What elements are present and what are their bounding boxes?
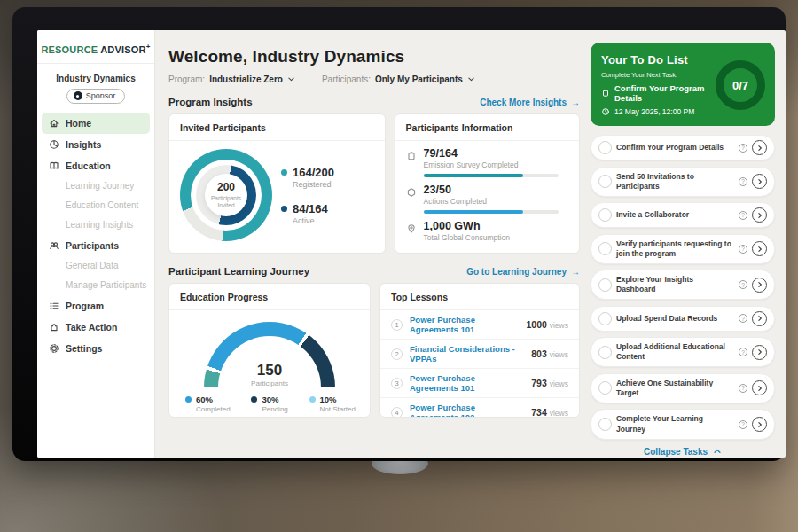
- sidebar-item-general-data[interactable]: General Data: [37, 256, 154, 276]
- legend-not-started: 10% Not Started: [309, 395, 356, 413]
- app-window: RESOURCE ADVISOR+ Industry Dynamics Spon…: [37, 30, 786, 458]
- help-icon[interactable]: ?: [739, 348, 747, 356]
- todo-next-task[interactable]: Confirm Your Program Details: [601, 83, 724, 103]
- lesson-row-1[interactable]: 1 Power Purchase Agreements 101 1000 vie…: [380, 310, 579, 340]
- chevron-right-icon: [756, 246, 763, 253]
- task-complete-learning-journey[interactable]: Complete Your Learning Journey ?: [591, 409, 775, 439]
- lesson-row-2[interactable]: 2 Financial Considerations - VPPAs 803 v…: [380, 340, 579, 369]
- task-send-invitations[interactable]: Send 50 Invitations to Participants ?: [591, 167, 775, 197]
- task-explore-insights[interactable]: Explore Your Insights Dashboard ?: [591, 270, 775, 300]
- sidebar-item-home[interactable]: Home: [42, 113, 150, 134]
- help-icon[interactable]: ?: [739, 177, 747, 186]
- filter-bar: Program: Industrialize Zero Participants…: [168, 74, 580, 84]
- help-icon[interactable]: ?: [739, 211, 747, 220]
- help-icon[interactable]: ?: [739, 245, 747, 254]
- checkbox[interactable]: [598, 381, 612, 395]
- legend-dot: [309, 396, 316, 403]
- help-icon[interactable]: ?: [739, 144, 747, 153]
- legend-dot: [251, 396, 257, 403]
- sidebar-item-take-action[interactable]: Take Action: [37, 317, 154, 338]
- program-value: Industrialize Zero: [209, 74, 283, 84]
- task-go-button[interactable]: [752, 140, 767, 155]
- chevron-right-icon: [756, 315, 763, 322]
- lesson-row-3[interactable]: 3 Power Purchase Agreements 101 793 view…: [380, 369, 579, 398]
- task-achieve-sustainability-target[interactable]: Achieve One Sustainability Target ?: [591, 373, 775, 403]
- check-more-insights-link[interactable]: Check More Insights →: [480, 98, 580, 107]
- org-name: Industry Dynamics: [37, 74, 154, 83]
- sidebar-item-participants[interactable]: Participants: [37, 235, 154, 256]
- help-icon[interactable]: ?: [739, 420, 747, 429]
- sidebar-item-education[interactable]: Education: [37, 155, 154, 176]
- sidebar-item-learning-journey[interactable]: Learning Journey: [37, 176, 154, 196]
- task-go-button[interactable]: [752, 174, 767, 189]
- sidebar: RESOURCE ADVISOR+ Industry Dynamics Spon…: [37, 30, 155, 458]
- learning-cards-row: Education Progress 150 Participants: [168, 283, 580, 418]
- go-to-learning-journey-link[interactable]: Go to Learning Journey →: [466, 267, 580, 277]
- stat-actions-completed: 23/50 Actions Completed: [395, 177, 579, 214]
- lesson-link[interactable]: Power Purchase Agreements 101: [410, 373, 524, 393]
- sidebar-item-insights[interactable]: Insights: [37, 134, 154, 155]
- sidebar-item-education-content[interactable]: Education Content: [37, 196, 154, 215]
- help-icon[interactable]: ?: [739, 280, 747, 289]
- chevron-right-icon: [756, 178, 763, 185]
- sidebar-item-learning-insights[interactable]: Learning Insights: [37, 215, 154, 235]
- task-go-button[interactable]: [752, 380, 767, 395]
- task-confirm-program-details[interactable]: Confirm Your Program Details ?: [591, 135, 775, 160]
- task-invite-collaborator[interactable]: Invite a Collaborator ?: [591, 202, 775, 228]
- card-title: Participants Information: [395, 114, 579, 141]
- checkbox[interactable]: [598, 141, 612, 154]
- task-upload-spend-data[interactable]: Upload Spend Data Records ?: [591, 306, 775, 332]
- checkbox[interactable]: [598, 418, 612, 431]
- checkbox[interactable]: [598, 175, 612, 188]
- sponsor-badge[interactable]: Sponsor: [66, 89, 126, 104]
- checkbox[interactable]: [598, 312, 612, 325]
- todo-progress-ring: 0/7: [716, 60, 765, 110]
- clipboard-icon: [601, 89, 610, 98]
- sponsor-icon: [74, 91, 82, 100]
- collapse-tasks-link[interactable]: Collapse Tasks: [591, 447, 775, 457]
- task-go-button[interactable]: [752, 311, 767, 326]
- legend-registered: 164/200 Registered: [281, 166, 334, 189]
- sidebar-item-program[interactable]: Program: [37, 295, 154, 317]
- lesson-link[interactable]: Financial Considerations - VPPAs: [410, 344, 524, 364]
- rank-badge: 4: [391, 407, 403, 419]
- lesson-row-4[interactable]: 4 Power Purchase Agreements 102 734 view…: [380, 398, 579, 418]
- task-go-button[interactable]: [752, 345, 767, 360]
- participants-select[interactable]: Participants: Only My Participants: [322, 74, 475, 84]
- checkbox[interactable]: [598, 242, 612, 255]
- logo-resource: RESOURCE: [41, 44, 98, 55]
- lesson-link[interactable]: Power Purchase Agreements 101: [410, 315, 519, 334]
- clock-icon: [601, 107, 610, 116]
- stat-global-consumption: 1,000 GWh Total Global Consumption: [395, 214, 579, 242]
- invited-donut-chart: 200 Participants Invited: [180, 149, 272, 241]
- learning-journey-header: Participant Learning Journey Go to Learn…: [168, 266, 580, 277]
- checkbox[interactable]: [598, 278, 612, 292]
- checkbox[interactable]: [598, 346, 612, 359]
- task-go-button[interactable]: [752, 417, 767, 432]
- participants-label: Participants:: [322, 74, 371, 84]
- help-icon[interactable]: ?: [739, 384, 747, 393]
- home-icon: [49, 118, 59, 129]
- program-select[interactable]: Program: Industrialize Zero: [168, 74, 295, 84]
- legend-pending: 30% Pending: [251, 395, 287, 413]
- people-icon: [49, 240, 59, 251]
- education-progress-card: Education Progress 150 Participants: [168, 283, 371, 418]
- list-icon: [49, 301, 59, 311]
- task-upload-educational-content[interactable]: Upload Additional Educational Content ?: [591, 337, 775, 367]
- todo-panel: Your To Do List Complete Your Next Task:…: [589, 30, 786, 458]
- task-go-button[interactable]: [752, 207, 767, 223]
- main-content: Welcome, Industry Dynamics Program: Indu…: [155, 30, 589, 458]
- pie-icon: [49, 139, 59, 150]
- help-icon[interactable]: ?: [739, 314, 747, 323]
- progress-fill: [424, 174, 523, 177]
- app-logo[interactable]: RESOURCE ADVISOR+: [37, 37, 154, 64]
- task-go-button[interactable]: [752, 278, 767, 293]
- legend-completed: 60% Completed: [185, 395, 231, 413]
- sidebar-item-settings[interactable]: Settings: [37, 338, 154, 359]
- task-go-button[interactable]: [752, 241, 767, 256]
- task-verify-participants[interactable]: Verify participants requesting to join t…: [591, 234, 775, 264]
- lesson-link[interactable]: Power Purchase Agreements 102: [410, 403, 524, 418]
- sidebar-item-manage-participants[interactable]: Manage Participants: [37, 276, 154, 295]
- checkbox[interactable]: [598, 208, 612, 222]
- invited-participants-card: Invited Participants 200 Participants In…: [168, 113, 386, 254]
